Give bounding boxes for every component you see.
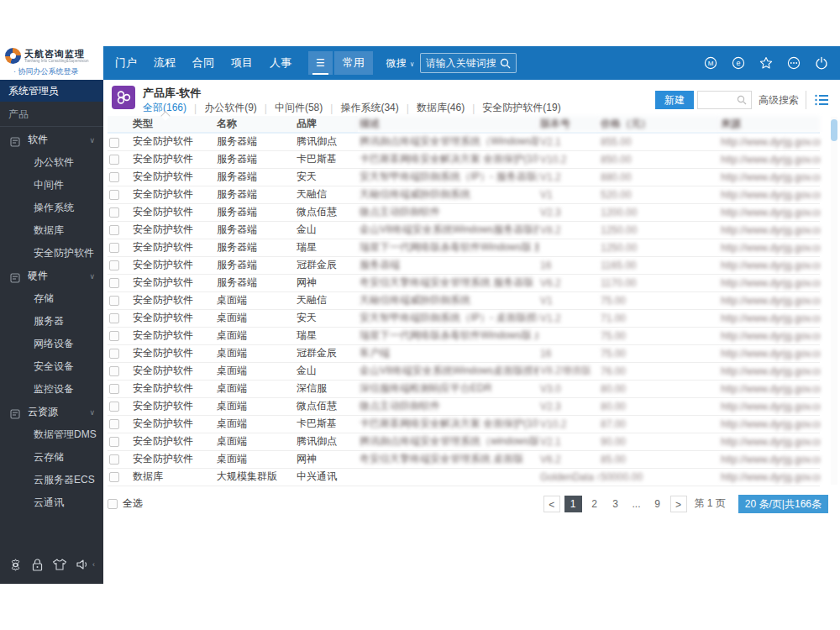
tab-category[interactable]: 数据库(46) — [417, 101, 465, 115]
current-page-button[interactable]: 1 — [564, 496, 582, 512]
advanced-search-button[interactable]: 高级搜索 — [751, 91, 806, 109]
nav-item[interactable]: 合同 — [192, 55, 214, 71]
row-checkbox[interactable] — [109, 278, 119, 288]
table-cell: http://www.dyrjg.gov.cn/rjg/ — [719, 362, 820, 380]
row-checkbox[interactable] — [109, 313, 119, 323]
nav-item[interactable]: 流程 — [154, 55, 176, 71]
select-all-checkbox[interactable] — [108, 499, 118, 509]
nav-item[interactable]: 人事 — [270, 55, 291, 71]
row-checkbox[interactable] — [109, 419, 119, 429]
nav-menu-toggle[interactable]: ☰ — [308, 51, 333, 75]
sidebar-item[interactable]: 操作系统 — [0, 197, 103, 219]
message-icon[interactable]: e — [732, 56, 745, 70]
nav-item[interactable]: 项目 — [231, 55, 253, 71]
table-cell: 50000.00 — [599, 468, 719, 486]
column-header: 版本号 — [538, 116, 599, 133]
new-button[interactable]: 新建 — [655, 91, 694, 109]
company-name-en: Tianhang Info Consulting&Supervision — [24, 59, 88, 63]
volume-icon[interactable] — [76, 558, 90, 571]
table-cell: 安全防护软件 — [131, 274, 215, 291]
page-size-badge[interactable]: 20 条/页|共166条 — [738, 495, 828, 513]
favorite-star-icon[interactable] — [759, 56, 773, 70]
table-cell: 80.00 — [599, 397, 719, 415]
page-button[interactable]: 9 — [649, 496, 666, 512]
sidebar-item[interactable]: 服务器 — [0, 310, 103, 333]
search-scope-dropdown[interactable]: 微搜 — [386, 56, 407, 71]
search-icon[interactable] — [737, 95, 747, 105]
sidebar-item[interactable]: 安全设备 — [0, 355, 103, 378]
sidebar-section-header[interactable]: 软件∨ — [0, 129, 103, 151]
power-icon[interactable] — [815, 56, 828, 70]
column-header: 描述 — [358, 116, 538, 133]
row-checkbox[interactable] — [109, 384, 119, 394]
lock-icon[interactable] — [31, 558, 44, 572]
row-checkbox[interactable] — [109, 155, 119, 165]
sidebar-section-header[interactable]: 硬件∨ — [0, 265, 103, 287]
sidebar-section-header[interactable]: 云资源∨ — [0, 401, 103, 423]
sidebar-item[interactable]: 办公软件 — [0, 151, 103, 174]
nav-item-common[interactable]: 常用 — [334, 51, 373, 75]
row-checkbox[interactable] — [109, 349, 119, 359]
row-checkbox[interactable] — [109, 190, 119, 200]
prev-page-button[interactable]: < — [543, 496, 560, 512]
row-checkbox[interactable] — [109, 472, 119, 482]
header-checkbox-cell — [108, 116, 131, 133]
nav-item[interactable]: 门户 — [115, 55, 137, 71]
sidebar-module-product[interactable]: 产品 — [0, 102, 103, 127]
table-cell: V3.0 — [538, 380, 599, 397]
sidebar-item[interactable]: 数据库 — [0, 219, 103, 242]
sidebar-item[interactable]: 存储 — [0, 287, 103, 310]
chevron-right-icon[interactable]: ‹ — [92, 560, 95, 569]
sidebar-item[interactable]: 安全防护软件 — [0, 242, 103, 265]
list-view-icon[interactable] — [815, 94, 828, 106]
row-checkbox[interactable] — [109, 172, 119, 182]
page-jump-label: 第 1 页 — [695, 496, 726, 511]
sidebar-item[interactable]: 云存储 — [0, 446, 103, 469]
sidebar-item[interactable]: 云通讯 — [0, 491, 103, 514]
sidebar-item[interactable]: 网络设备 — [0, 333, 103, 355]
row-checkbox[interactable] — [109, 260, 119, 270]
table-cell: 微点佰慧 — [295, 203, 358, 221]
table-row: 安全防护软件服务器端卡巴斯基卡巴斯基网络安全解决方案 全面保护(10-249节.… — [108, 150, 820, 168]
table-cell: 腾讯御点 — [295, 133, 358, 150]
global-search-input[interactable] — [426, 57, 500, 69]
row-checkbox[interactable] — [109, 331, 119, 341]
theme-icon[interactable] — [52, 558, 67, 571]
search-icon[interactable] — [500, 58, 511, 69]
row-checkbox[interactable] — [109, 207, 119, 218]
page-button[interactable]: 2 — [586, 496, 603, 512]
tab-category[interactable]: 操作系统(34) — [340, 101, 398, 115]
page-button[interactable]: 3 — [607, 496, 624, 512]
table-cell: 天融信终端威胁防御系统 — [358, 291, 538, 309]
table-cell: 大规模集群版 — [215, 468, 295, 486]
row-checkbox[interactable] — [109, 138, 119, 148]
table-scrollbar-thumb[interactable] — [831, 119, 837, 141]
tab-category[interactable]: 安全防护软件(19) — [482, 101, 560, 115]
table-cell: 服务器端 — [215, 239, 295, 256]
row-checkbox[interactable] — [109, 437, 119, 447]
table-cell: 85.00 — [599, 450, 719, 468]
settings-icon[interactable] — [8, 558, 23, 572]
m-badge-icon[interactable]: M — [704, 56, 717, 70]
sidebar-item[interactable]: 监控设备 — [0, 378, 103, 401]
page-button[interactable]: ... — [628, 496, 645, 512]
row-checkbox[interactable] — [109, 243, 119, 253]
sidebar-item[interactable]: 云服务器ECS — [0, 469, 103, 491]
row-checkbox[interactable] — [109, 454, 119, 465]
more-options-icon[interactable] — [787, 56, 801, 70]
next-page-button[interactable]: > — [670, 496, 687, 512]
table-cell: 服务器端 — [215, 186, 295, 203]
table-cell: 16 — [538, 256, 599, 274]
row-checkbox[interactable] — [109, 296, 119, 306]
row-checkbox[interactable] — [109, 366, 119, 376]
row-checkbox[interactable] — [109, 402, 119, 412]
table-row: 安全防护软件桌面端安天安天智甲终端防御系统（IP）- 桌面版授权V1.271.0… — [108, 309, 820, 327]
sidebar-item[interactable]: 数据管理DMS — [0, 423, 103, 446]
sidebar-item[interactable]: 中间件 — [0, 174, 103, 197]
table-search-input[interactable] — [698, 94, 737, 106]
row-checkbox[interactable] — [109, 225, 119, 235]
tab-category[interactable]: 办公软件(9) — [204, 101, 257, 115]
tab-category[interactable]: 中间件(58) — [275, 101, 323, 115]
table-scrollbar-track[interactable] — [831, 117, 837, 485]
table-cell: V8.2增强版 — [538, 362, 599, 380]
